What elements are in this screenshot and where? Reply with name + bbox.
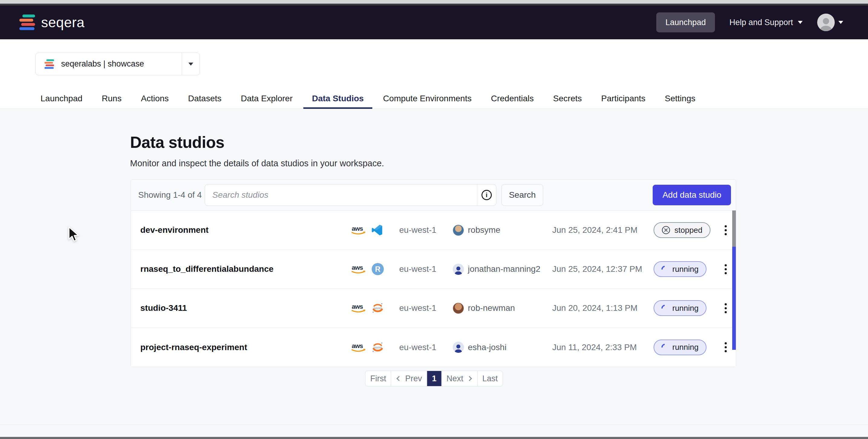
person-icon: [453, 265, 464, 275]
table-row[interactable]: dev-environment aws eu-west-1 robsym: [131, 211, 736, 250]
created-date: Jun 25, 2024, 12:37 PM: [552, 264, 654, 274]
status-label: running: [672, 304, 699, 313]
studio-name[interactable]: rnaseq_to_differentialabundance: [140, 264, 351, 274]
aws-icon: aws: [351, 263, 367, 275]
row-actions-menu[interactable]: [719, 260, 732, 278]
table-toolbar: Showing 1-4 of 4 i Search Add data studi…: [131, 180, 736, 211]
user-name: jonathan-manning2: [468, 264, 540, 274]
user-avatar: [453, 342, 464, 353]
user-avatar: [817, 13, 835, 31]
status-label: running: [672, 264, 699, 274]
tab-secrets[interactable]: Secrets: [545, 89, 590, 108]
status-badge: running: [654, 261, 707, 277]
svg-text:aws: aws: [352, 342, 363, 349]
workspace-dropdown-toggle[interactable]: [182, 53, 199, 75]
region-label: eu-west-1: [399, 264, 453, 274]
scrollbar-thumb[interactable]: [732, 211, 736, 247]
table-row[interactable]: project-rnaseq-experiment aws jupyter: [131, 328, 736, 367]
add-data-studio-button[interactable]: Add data studio: [653, 185, 731, 205]
studio-name[interactable]: project-rnaseq-experiment: [140, 343, 351, 352]
table-row[interactable]: studio-3411 aws jupyter eu-w: [131, 289, 736, 328]
page-title: Data studios: [130, 133, 224, 152]
tab-data-studios[interactable]: Data Studios: [303, 89, 372, 108]
tab-compute-environments[interactable]: Compute Environments: [375, 89, 480, 108]
pagination-first[interactable]: First: [365, 371, 391, 386]
user-avatar: [453, 225, 464, 236]
data-studios-card: Showing 1-4 of 4 i Search Add data studi…: [131, 179, 736, 367]
row-actions-menu[interactable]: [719, 338, 732, 356]
table-scrollbar[interactable]: [732, 211, 736, 367]
svg-text:aws: aws: [352, 225, 363, 232]
search-input[interactable]: [205, 184, 477, 206]
pagination-prev[interactable]: Prev: [391, 371, 427, 386]
tab-actions[interactable]: Actions: [132, 89, 177, 108]
running-spinner-icon: [660, 342, 670, 352]
status-badge: running: [654, 340, 707, 355]
person-icon: [453, 343, 464, 353]
mouse-cursor: [67, 226, 80, 244]
svg-text:aws: aws: [352, 303, 363, 310]
status-label: running: [672, 343, 699, 352]
pagination-prev-label: Prev: [405, 374, 422, 383]
pagination-last[interactable]: Last: [477, 371, 503, 386]
pagination-page-1[interactable]: 1: [427, 371, 441, 386]
jupyter-icon: jupyter: [371, 302, 384, 314]
page-subtitle: Monitor and inspect the details of data …: [130, 158, 384, 168]
search-info[interactable]: i: [477, 184, 496, 206]
user-avatar: [453, 303, 464, 314]
status-badge: running: [654, 300, 707, 316]
brand-wordmark: seqera: [41, 14, 85, 31]
user-menu[interactable]: [817, 13, 843, 31]
table-row[interactable]: rnaseq_to_differentialabundance aws R eu…: [131, 250, 736, 289]
studio-name[interactable]: dev-environment: [140, 225, 351, 235]
workspace-selector[interactable]: seqeralabs | showcase: [35, 53, 200, 75]
svg-text:jupyter: jupyter: [373, 307, 382, 310]
chevron-down-icon: [798, 21, 803, 24]
search-button[interactable]: Search: [501, 184, 543, 206]
pagination: First Prev 1 Next Last: [365, 371, 503, 386]
aws-icon: aws: [351, 342, 367, 353]
pagination-next-label: Next: [446, 374, 463, 383]
scrollbar-track-highlight: [732, 247, 736, 350]
running-spinner-icon: [660, 303, 670, 313]
workspace-org-icon: [44, 59, 55, 69]
studio-name[interactable]: studio-3411: [140, 303, 351, 313]
user-name: rob-newman: [468, 303, 515, 313]
seqera-logo[interactable]: seqera: [19, 14, 85, 31]
svg-text:aws: aws: [352, 264, 363, 271]
status-label: stopped: [675, 225, 703, 235]
launchpad-button[interactable]: Launchpad: [656, 12, 715, 32]
status-badge: stopped: [654, 222, 710, 238]
aws-icon: aws: [351, 224, 367, 236]
created-date: Jun 25, 2024, 2:41 PM: [552, 225, 654, 235]
workspace-header: seqeralabs | showcase Launchpad Runs Act…: [0, 39, 868, 109]
svg-text:jupyter: jupyter: [373, 346, 382, 349]
tab-participants[interactable]: Participants: [593, 89, 654, 108]
tab-data-explorer[interactable]: Data Explorer: [232, 89, 301, 108]
row-actions-menu[interactable]: [719, 221, 732, 239]
search-field: i: [205, 184, 496, 206]
tab-runs[interactable]: Runs: [93, 89, 130, 108]
workspace-name: seqeralabs | showcase: [61, 59, 144, 69]
screen: seqera Launchpad Help and Support: [0, 0, 868, 439]
user-name: esha-joshi: [468, 343, 506, 352]
region-label: eu-west-1: [399, 225, 453, 235]
tab-settings[interactable]: Settings: [656, 89, 704, 108]
window-top-strip: [0, 0, 868, 4]
svg-text:R: R: [375, 265, 380, 273]
window-bottom-strip: [0, 437, 868, 439]
help-and-support-label: Help and Support: [730, 18, 793, 27]
row-actions-menu[interactable]: [719, 299, 732, 317]
footer-divider: [0, 425, 868, 425]
tab-credentials[interactable]: Credentials: [483, 89, 542, 108]
showing-count: Showing 1-4 of 4: [138, 180, 202, 211]
vscode-icon: [371, 224, 383, 236]
tab-datasets[interactable]: Datasets: [180, 89, 230, 108]
info-icon: i: [482, 190, 492, 200]
help-and-support-menu[interactable]: Help and Support: [730, 18, 803, 27]
workspace-tabs: Launchpad Runs Actions Datasets Data Exp…: [32, 89, 704, 108]
aws-icon: aws: [351, 302, 367, 314]
seqera-mark-icon: [19, 14, 36, 30]
tab-launchpad[interactable]: Launchpad: [32, 89, 91, 108]
pagination-next[interactable]: Next: [441, 371, 477, 386]
